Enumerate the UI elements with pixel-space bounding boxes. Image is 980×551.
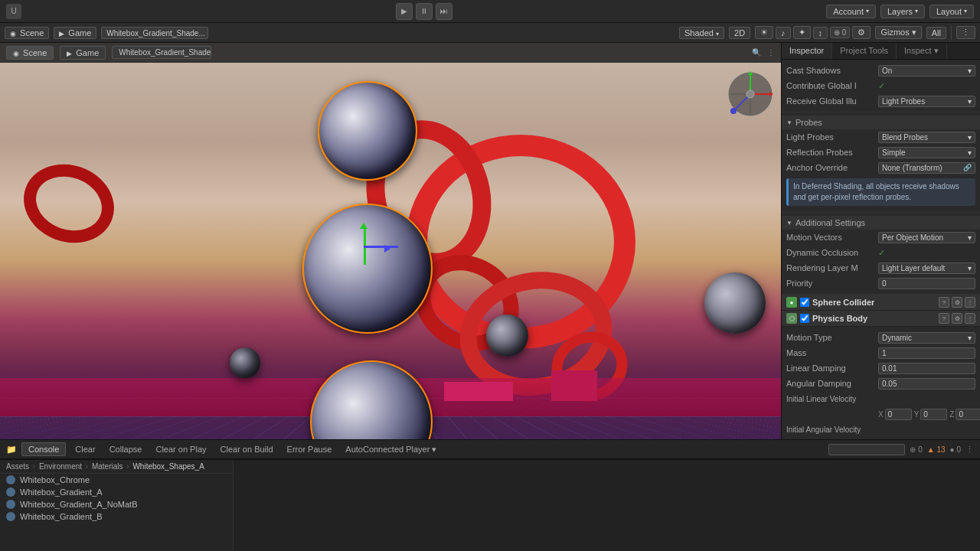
light-probes-dropdown[interactable]: Blend Probes ▾ [878,132,975,143]
autoconnect-dropdown[interactable]: AutoConnected Player ▾ [341,443,441,456]
breadcrumb-environment[interactable]: Environment [39,462,82,471]
ang-z-input[interactable] [956,439,980,440]
audio-toggle[interactable]: ♪ [776,27,791,39]
layers-dropdown[interactable]: Layers ▾ [880,5,925,18]
reflection-probes-dropdown[interactable]: Simple ▾ [878,147,975,158]
shaded-dropdown[interactable]: Shaded ▾ [679,27,724,39]
bottom-more[interactable]: ⋮ [965,445,974,455]
rendering-layer-value: Light Layer default [882,264,945,272]
anchor-override-dropdown[interactable]: None (Transform) 🔗 [878,162,975,174]
error-pause-button[interactable]: Error Pause [283,443,337,455]
block-2 [551,370,597,401]
physics-body-header[interactable]: ⬡ Physics Body ? ⚙ ⋮ [782,311,980,327]
pause-button[interactable]: ⏸ [416,3,433,20]
physics-body-checkbox[interactable] [800,314,809,323]
breadcrumb-materials[interactable]: Materials [92,462,123,471]
mass-input[interactable] [878,347,975,359]
motion-type-dropdown[interactable]: Dynamic ▾ [878,332,975,344]
shader-display[interactable]: Whitebox_Gradient_Shade... [101,27,208,39]
assets-icon[interactable]: 📁 [6,445,17,455]
dynamic-occlusion-checkbox[interactable]: ✓ [878,248,975,258]
fx-toggle[interactable]: ✦ [793,26,811,39]
game-label: Game [68,28,91,37]
asset-name-0: Whitebox_Chrome [20,475,90,484]
list-item[interactable]: Whitebox_Gradient_B [0,510,233,523]
asset-sphere-icon-2 [6,500,15,509]
ang-y-input[interactable] [920,439,947,440]
breadcrumb-assets[interactable]: Assets [6,462,29,471]
inspect-tab[interactable]: Inspect ▾ [897,43,947,59]
list-item[interactable]: Whitebox_Chrome [0,474,233,486]
clear-on-build-button[interactable]: Clear on Build [216,443,278,455]
game-tab[interactable]: ▶ Game [54,27,96,39]
cast-shadows-row: Cast Shadows On ▾ [782,63,980,78]
project-tools-tab[interactable]: Project Tools [832,43,897,59]
list-item[interactable]: Whitebox_Gradient_A [0,486,233,498]
whitebox-tab[interactable]: Whitebox_Gradient_Shade... [112,46,211,59]
scene-tab[interactable]: ◉ Scene [5,27,49,39]
gizmos-dropdown[interactable]: Gizmos ▾ [875,26,921,39]
initial-linear-label: Initial Linear Velocity [786,395,878,403]
more-options[interactable]: ⚙ [852,26,871,39]
anchor-override-row: Anchor Override None (Transform) 🔗 [782,160,980,175]
status-icons: ⊕ 0 ▲ 13 ● 0 [910,445,961,454]
transform-gizmo[interactable] [345,227,390,272]
anchor-override-label: Anchor Override [786,163,878,172]
lin-x-input[interactable] [885,409,912,420]
lin-y-input[interactable] [920,409,947,420]
anchor-link-icon: 🔗 [963,164,972,171]
motion-vectors-arrow: ▾ [968,233,972,242]
priority-input[interactable] [878,278,975,289]
lin-z-input[interactable] [956,409,980,420]
cast-shadows-dropdown[interactable]: On ▾ [878,65,975,77]
clear-on-play-button[interactable]: Clear on Play [151,443,211,455]
console-search[interactable] [828,444,905,455]
physics-body-more[interactable]: ⋮ [965,313,975,324]
lights-toggle[interactable]: ☀ [755,26,773,39]
sphere-collider-info[interactable]: ? [939,297,949,308]
mass-label: Mass [786,348,878,357]
asset-sphere-icon-1 [6,487,15,497]
contribute-checkbox[interactable]: ✓ [878,81,975,91]
collapse-button[interactable]: Collapse [105,443,147,455]
probes-header[interactable]: ▼ Probes [782,116,980,129]
physics-body-info[interactable]: ? [939,313,949,324]
play-button[interactable]: ▶ [396,3,413,20]
sphere-collider-settings[interactable]: ⚙ [952,297,962,308]
additional-header[interactable]: ▼ Additional Settings [782,216,980,230]
orient-widget[interactable] [724,67,777,121]
more-menu[interactable]: ⋮ [956,26,975,39]
sphere-collider-checkbox[interactable] [800,298,809,307]
console-tab[interactable]: Console [21,442,66,456]
priority-row: Priority [782,276,980,291]
inspector-tab[interactable]: Inspector [782,43,832,59]
viewport[interactable]: ◉ Scene ▶ Game Whitebox_Gradient_Shade..… [0,43,781,439]
account-dropdown[interactable]: Account ▾ [826,5,876,18]
receive-global-dropdown[interactable]: Light Probes ▾ [878,96,975,107]
sphere-collider-header[interactable]: ● Sphere Collider ? ⚙ ⋮ [782,295,980,311]
motion-vectors-dropdown[interactable]: Per Object Motion ▾ [878,232,975,243]
search-icon[interactable]: 🔍 [752,48,761,57]
all-dropdown[interactable]: All [926,27,946,39]
contribute-label: Contribute Global I [786,81,878,90]
physics-body-settings[interactable]: ⚙ [952,313,962,324]
move-tool[interactable]: ↕ [813,27,828,39]
step-button[interactable]: ⏭ [436,3,452,20]
viewport-more[interactable]: ⋮ [767,48,775,57]
2d-toggle[interactable]: 2D [729,27,750,39]
list-item[interactable]: Whitebox_Gradient_A_NoMatB [0,498,233,510]
right-panel: Inspector Project Tools Inspect ▾ Cast S… [781,43,980,439]
angular-damping-input[interactable] [878,378,975,390]
asset-sphere-icon [6,475,15,484]
sphere-collider-title: Sphere Collider [812,298,936,307]
linear-damping-input[interactable] [878,363,975,374]
layout-dropdown[interactable]: Layout ▾ [929,5,974,18]
viewport-topbar: ◉ Scene ▶ Game Whitebox_Gradient_Shade..… [0,43,781,63]
rendering-layer-dropdown[interactable]: Light Layer default ▾ [878,262,975,274]
ang-x-input[interactable] [885,439,912,440]
reflection-probes-value: Simple [882,148,906,157]
game-view-tab[interactable]: ▶ Game [60,46,106,60]
sphere-collider-more[interactable]: ⋮ [965,297,975,308]
clear-button[interactable]: Clear [70,443,100,455]
scene-view-tab[interactable]: ◉ Scene [6,46,54,60]
